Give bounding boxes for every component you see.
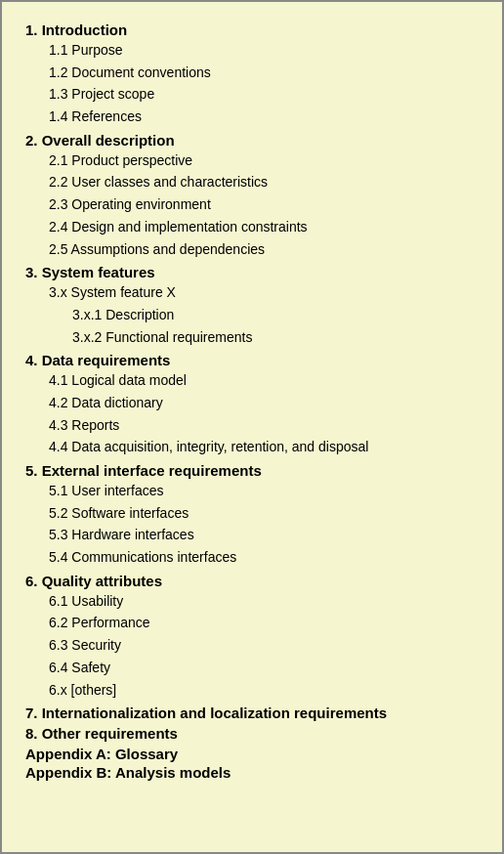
sub-2-1[interactable]: 2.1 Product perspective xyxy=(25,150,479,172)
section-8-heading[interactable]: 8. Other requirements xyxy=(25,725,479,742)
sub-6-1[interactable]: 6.1 Usability xyxy=(25,591,479,613)
sub-6-4[interactable]: 6.4 Safety xyxy=(25,658,479,679)
section-2: 2. Overall description 2.1 Product persp… xyxy=(25,132,479,260)
section-6: 6. Quality attributes 6.1 Usability 6.2 … xyxy=(25,573,479,701)
sub-1-3[interactable]: 1.3 Project scope xyxy=(25,84,479,106)
sub-1-4[interactable]: 1.4 References xyxy=(25,107,479,128)
sub-4-3[interactable]: 4.3 Reports xyxy=(25,415,479,437)
section-5-heading[interactable]: 5. External interface requirements xyxy=(25,462,479,479)
section-4: 4. Data requirements 4.1 Logical data mo… xyxy=(25,352,479,458)
section-4-heading[interactable]: 4. Data requirements xyxy=(25,352,479,368)
section-8: 8. Other requirements xyxy=(25,725,479,742)
section-3: 3. System features 3.x System feature X … xyxy=(25,264,479,348)
sub-2-5[interactable]: 2.5 Assumptions and dependencies xyxy=(25,239,479,261)
appendix-b: Appendix B: Analysis models xyxy=(25,764,479,781)
sub-6-x[interactable]: 6.x [others] xyxy=(25,680,479,702)
sub-3-x-1[interactable]: 3.x.1 Description xyxy=(25,305,479,326)
appendix-a: Appendix A: Glossary xyxy=(25,746,479,762)
appendix-a-label[interactable]: Appendix A: Glossary xyxy=(25,746,479,762)
section-1: 1. Introduction 1.1 Purpose 1.2 Document… xyxy=(25,21,479,128)
sub-3-x[interactable]: 3.x System feature X xyxy=(25,282,479,304)
sub-5-1[interactable]: 5.1 User interfaces xyxy=(25,481,479,502)
toc-list: 1. Introduction 1.1 Purpose 1.2 Document… xyxy=(25,21,479,783)
sub-4-4[interactable]: 4.4 Data acquisition, integrity, retenti… xyxy=(25,437,479,458)
sub-1-2[interactable]: 1.2 Document conventions xyxy=(25,63,479,84)
sub-3-x-2[interactable]: 3.x.2 Functional requirements xyxy=(25,327,479,349)
section-5: 5. External interface requirements 5.1 U… xyxy=(25,462,479,569)
section-6-heading[interactable]: 6. Quality attributes xyxy=(25,573,479,589)
sub-4-1[interactable]: 4.1 Logical data model xyxy=(25,370,479,392)
sub-6-2[interactable]: 6.2 Performance xyxy=(25,613,479,634)
appendix-b-label[interactable]: Appendix B: Analysis models xyxy=(25,764,479,781)
sub-5-4[interactable]: 5.4 Communications interfaces xyxy=(25,547,479,569)
sub-5-3[interactable]: 5.3 Hardware interfaces xyxy=(25,525,479,546)
section-7: 7. Internationalization and localization… xyxy=(25,705,479,721)
sub-6-3[interactable]: 6.3 Security xyxy=(25,635,479,657)
sub-2-4[interactable]: 2.4 Design and implementation constraint… xyxy=(25,217,479,238)
section-2-heading[interactable]: 2. Overall description xyxy=(25,132,479,149)
section-3-heading[interactable]: 3. System features xyxy=(25,264,479,280)
sub-1-1[interactable]: 1.1 Purpose xyxy=(25,40,479,62)
section-1-heading[interactable]: 1. Introduction xyxy=(25,21,479,38)
sub-4-2[interactable]: 4.2 Data dictionary xyxy=(25,393,479,414)
sub-2-2[interactable]: 2.2 User classes and characteristics xyxy=(25,172,479,193)
section-7-heading[interactable]: 7. Internationalization and localization… xyxy=(25,705,479,721)
sub-5-2[interactable]: 5.2 Software interfaces xyxy=(25,503,479,525)
sub-2-3[interactable]: 2.3 Operating environment xyxy=(25,194,479,216)
document-container: 1. Introduction 1.1 Purpose 1.2 Document… xyxy=(0,0,504,854)
